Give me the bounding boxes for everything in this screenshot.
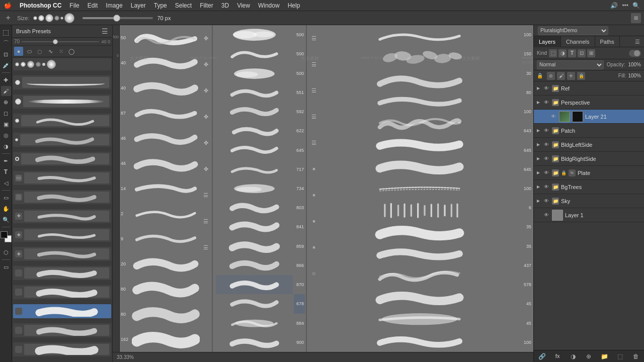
- hand-tool[interactable]: ✋: [1, 204, 11, 214]
- menu-help[interactable]: Help: [288, 2, 300, 9]
- brush-item[interactable]: ✤: [13, 228, 111, 242]
- layer-group-perspective[interactable]: ▶ 👁 📁 Perspective: [534, 96, 644, 110]
- tab-channels[interactable]: Channels: [561, 36, 595, 47]
- brush-icon-3[interactable]: ◌: [35, 47, 44, 56]
- layer-group-bldgrightside[interactable]: ▶ 👁 📁 BldgRightSide: [534, 152, 644, 166]
- menu-view[interactable]: View: [237, 2, 250, 9]
- eraser-tool[interactable]: ◻: [1, 108, 11, 118]
- crop-tool[interactable]: ⊡: [1, 49, 11, 59]
- brush-item[interactable]: ✤: [13, 209, 111, 223]
- fg-bg-swatches[interactable]: [1, 231, 12, 242]
- new-fill-layer-button[interactable]: ◑: [568, 352, 578, 361]
- more-options-icon[interactable]: •••: [622, 2, 628, 9]
- layer-fx-button[interactable]: fx: [552, 352, 562, 361]
- brush-item[interactable]: [13, 190, 111, 204]
- lock-all-btn[interactable]: 🔒: [577, 72, 585, 80]
- brush-item[interactable]: [13, 133, 111, 147]
- lock-position-btn[interactable]: ✛: [567, 72, 575, 80]
- lasso-tool[interactable]: ⌒: [1, 38, 11, 48]
- move-tool-icon[interactable]: ✛: [3, 13, 13, 23]
- visibility-icon[interactable]: 👁: [543, 169, 550, 176]
- menu-3d[interactable]: 3D: [221, 2, 229, 9]
- menu-window[interactable]: Window: [258, 2, 280, 9]
- brush-item[interactable]: [13, 152, 111, 166]
- brush-icon-5[interactable]: ⁙: [56, 47, 65, 56]
- layer-group-bldgleftside[interactable]: ▶ 👁 📁 BldgLeftSide: [534, 138, 644, 152]
- visibility-icon[interactable]: 👁: [543, 127, 550, 134]
- brush-item[interactable]: [13, 304, 111, 318]
- clone-tool[interactable]: ⊕: [1, 97, 11, 107]
- quick-mask-mode[interactable]: ⬡: [1, 247, 11, 257]
- visibility-icon[interactable]: 👁: [543, 99, 550, 106]
- dodge-tool[interactable]: ◑: [1, 141, 11, 151]
- zoom-tool[interactable]: 🔍: [1, 215, 11, 225]
- apple-menu[interactable]: 🍎: [4, 2, 12, 9]
- brush-tool[interactable]: 🖌: [1, 86, 11, 96]
- shape-tool[interactable]: ▭: [1, 193, 11, 203]
- visibility-icon[interactable]: 👁: [543, 85, 550, 92]
- type-filter-icon[interactable]: T: [568, 49, 576, 57]
- brush-item[interactable]: [13, 75, 111, 89]
- layer-1[interactable]: 👁 Layer 1: [534, 208, 644, 222]
- brush-item[interactable]: [13, 342, 111, 356]
- delete-layer-button[interactable]: 🗑: [631, 352, 641, 361]
- size-slider-track[interactable]: [83, 17, 153, 19]
- layer-group-ref[interactable]: ▶ 👁 📁 Ref: [534, 81, 644, 96]
- smart-filter-icon[interactable]: ⊞: [587, 49, 595, 57]
- path-tool[interactable]: ◁: [1, 178, 11, 188]
- gradient-tool[interactable]: ▣: [1, 119, 11, 129]
- layer-21[interactable]: 👁 Layer 21: [534, 110, 644, 124]
- layer-group-sky[interactable]: ▶ 👁 📁 Sky: [534, 194, 644, 208]
- visibility-icon[interactable]: 👁: [550, 113, 557, 120]
- new-layer-button[interactable]: ⬚: [615, 352, 625, 361]
- pen-tool[interactable]: ✒: [1, 156, 11, 166]
- visibility-icon[interactable]: 👁: [543, 141, 550, 148]
- menu-layer[interactable]: Layer: [131, 2, 146, 9]
- visibility-icon[interactable]: 👁: [543, 198, 550, 205]
- options-icon[interactable]: ⊞: [631, 13, 641, 23]
- layer-group-patch[interactable]: ▶ 👁 📁 Patch: [534, 124, 644, 138]
- selection-tool[interactable]: ⬚: [1, 27, 11, 37]
- menu-select[interactable]: Select: [175, 2, 192, 9]
- brush-item[interactable]: [13, 114, 111, 128]
- layer-group-bgtrees[interactable]: ▶ 👁 📁 BgTrees: [534, 180, 644, 194]
- workspace-dropdown[interactable]: PluralsightDemo: [538, 26, 608, 35]
- pixel-filter-icon[interactable]: ⬚: [549, 49, 557, 57]
- brush-item[interactable]: [13, 266, 111, 280]
- filter-toggle[interactable]: [629, 50, 641, 57]
- layer-group-plate[interactable]: ▶ 👁 📁 🔒 fx Plate: [534, 166, 644, 180]
- brush-panel-menu[interactable]: ☰: [102, 27, 108, 35]
- layer-link-icon[interactable]: 🔗: [537, 352, 547, 361]
- panel-menu-icon[interactable]: ☰: [631, 36, 644, 47]
- adjustment-filter-icon[interactable]: ◑: [558, 49, 567, 57]
- brush-item[interactable]: [13, 171, 111, 185]
- visibility-icon[interactable]: 👁: [543, 184, 550, 191]
- new-group-button[interactable]: 📁: [600, 352, 610, 361]
- healing-tool[interactable]: ✚: [1, 75, 11, 85]
- visibility-icon[interactable]: 👁: [543, 155, 550, 162]
- brush-preview-list[interactable]: ✤ ✤ ✤: [12, 57, 112, 362]
- eyedropper-tool[interactable]: 💉: [1, 60, 11, 70]
- tab-layers[interactable]: Layers: [534, 36, 561, 47]
- brush-icon-6[interactable]: ◯: [67, 47, 76, 56]
- brush-icon-1[interactable]: ●: [14, 47, 23, 56]
- brush-icon-4[interactable]: ∿: [46, 47, 55, 56]
- brush-item[interactable]: [13, 285, 111, 299]
- lock-paint-btn[interactable]: 🖌: [557, 72, 565, 80]
- search-icon[interactable]: 🔍: [632, 2, 640, 9]
- tab-paths[interactable]: Paths: [595, 36, 620, 47]
- lock-transparency-btn[interactable]: ⊘: [547, 72, 555, 80]
- menu-filter[interactable]: Filter: [200, 2, 213, 9]
- brush-item[interactable]: [13, 95, 111, 109]
- brush-item[interactable]: ✤: [13, 247, 111, 261]
- brush-icon-2[interactable]: ⬭: [25, 47, 34, 56]
- screen-mode[interactable]: ▭: [1, 262, 11, 272]
- adjustment-layer-button[interactable]: ⊕: [584, 352, 594, 361]
- text-tool[interactable]: T: [1, 167, 11, 177]
- visibility-icon[interactable]: 👁: [543, 212, 550, 219]
- blend-mode-select[interactable]: Normal: [537, 60, 604, 69]
- blur-tool[interactable]: ◎: [1, 130, 11, 140]
- shape-filter-icon[interactable]: ⊡: [578, 49, 586, 57]
- brush-item[interactable]: [13, 58, 111, 70]
- menu-image[interactable]: Image: [106, 2, 122, 9]
